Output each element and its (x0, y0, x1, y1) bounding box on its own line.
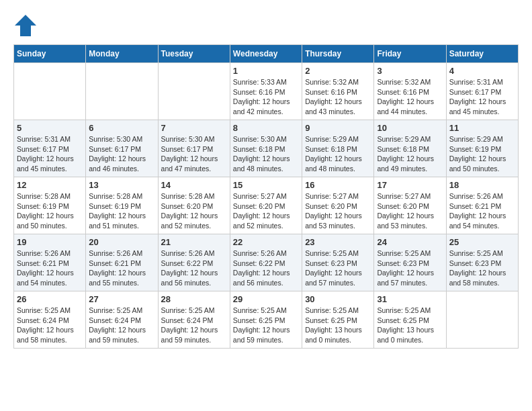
weekday-header-tuesday: Tuesday (158, 45, 230, 63)
calendar-cell: 31Sunrise: 5:25 AM Sunset: 6:25 PM Dayli… (374, 291, 446, 349)
day-number: 2 (305, 66, 371, 76)
day-number: 27 (89, 294, 154, 304)
day-info: Sunrise: 5:26 AM Sunset: 6:21 PM Dayligh… (17, 248, 83, 288)
weekday-header-thursday: Thursday (302, 45, 374, 63)
day-info: Sunrise: 5:25 AM Sunset: 6:24 PM Dayligh… (17, 306, 83, 345)
page-header (13, 13, 519, 38)
weekday-header-friday: Friday (374, 45, 446, 63)
day-info: Sunrise: 5:25 AM Sunset: 6:23 PM Dayligh… (305, 248, 371, 288)
calendar-cell: 3Sunrise: 5:32 AM Sunset: 6:16 PM Daylig… (374, 63, 446, 120)
calendar-cell: 7Sunrise: 5:30 AM Sunset: 6:17 PM Daylig… (158, 120, 230, 177)
calendar-cell: 20Sunrise: 5:26 AM Sunset: 6:21 PM Dayli… (86, 234, 158, 291)
weekday-header-saturday: Saturday (446, 45, 518, 63)
day-number: 15 (233, 180, 299, 190)
day-number: 23 (305, 237, 371, 247)
day-number: 7 (161, 123, 227, 133)
day-info: Sunrise: 5:29 AM Sunset: 6:19 PM Dayligh… (449, 134, 515, 174)
day-number: 11 (449, 123, 515, 133)
day-number: 30 (305, 294, 371, 304)
weekday-header-wednesday: Wednesday (230, 45, 302, 63)
calendar-cell: 26Sunrise: 5:25 AM Sunset: 6:24 PM Dayli… (14, 291, 86, 349)
week-row-4: 26Sunrise: 5:25 AM Sunset: 6:24 PM Dayli… (14, 291, 519, 349)
day-info: Sunrise: 5:32 AM Sunset: 6:16 PM Dayligh… (377, 77, 443, 117)
day-info: Sunrise: 5:26 AM Sunset: 6:22 PM Dayligh… (161, 248, 227, 288)
day-info: Sunrise: 5:26 AM Sunset: 6:22 PM Dayligh… (233, 248, 299, 288)
day-number: 13 (89, 180, 154, 190)
day-number: 16 (305, 180, 371, 190)
calendar-cell: 9Sunrise: 5:29 AM Sunset: 6:18 PM Daylig… (302, 120, 374, 177)
day-number: 12 (17, 180, 83, 190)
day-number: 19 (17, 237, 83, 247)
day-number: 14 (161, 180, 227, 190)
day-number: 17 (377, 180, 443, 190)
logo (13, 13, 42, 38)
calendar-cell: 5Sunrise: 5:31 AM Sunset: 6:17 PM Daylig… (14, 120, 86, 177)
day-info: Sunrise: 5:27 AM Sunset: 6:20 PM Dayligh… (233, 191, 299, 231)
day-info: Sunrise: 5:26 AM Sunset: 6:21 PM Dayligh… (89, 248, 154, 288)
calendar-cell (14, 63, 86, 120)
day-info: Sunrise: 5:25 AM Sunset: 6:24 PM Dayligh… (161, 306, 227, 345)
week-row-1: 5Sunrise: 5:31 AM Sunset: 6:17 PM Daylig… (14, 120, 519, 177)
calendar-cell: 11Sunrise: 5:29 AM Sunset: 6:19 PM Dayli… (446, 120, 518, 177)
day-number: 3 (377, 66, 443, 76)
calendar-table: SundayMondayTuesdayWednesdayThursdayFrid… (13, 44, 519, 349)
calendar-cell: 27Sunrise: 5:25 AM Sunset: 6:24 PM Dayli… (86, 291, 158, 349)
day-number: 29 (233, 294, 299, 304)
calendar-cell: 1Sunrise: 5:33 AM Sunset: 6:16 PM Daylig… (230, 63, 302, 120)
day-info: Sunrise: 5:26 AM Sunset: 6:21 PM Dayligh… (449, 191, 515, 231)
weekday-header-row: SundayMondayTuesdayWednesdayThursdayFrid… (14, 45, 519, 63)
calendar-cell: 21Sunrise: 5:26 AM Sunset: 6:22 PM Dayli… (158, 234, 230, 291)
calendar-cell: 13Sunrise: 5:28 AM Sunset: 6:19 PM Dayli… (86, 177, 158, 234)
day-info: Sunrise: 5:25 AM Sunset: 6:25 PM Dayligh… (233, 306, 299, 345)
calendar-cell: 23Sunrise: 5:25 AM Sunset: 6:23 PM Dayli… (302, 234, 374, 291)
day-info: Sunrise: 5:25 AM Sunset: 6:23 PM Dayligh… (377, 248, 443, 288)
day-info: Sunrise: 5:32 AM Sunset: 6:16 PM Dayligh… (305, 77, 371, 117)
day-number: 5 (17, 123, 83, 133)
calendar-cell: 17Sunrise: 5:27 AM Sunset: 6:20 PM Dayli… (374, 177, 446, 234)
day-info: Sunrise: 5:25 AM Sunset: 6:25 PM Dayligh… (305, 306, 371, 345)
calendar-cell: 4Sunrise: 5:31 AM Sunset: 6:17 PM Daylig… (446, 63, 518, 120)
day-number: 21 (161, 237, 227, 247)
day-number: 22 (233, 237, 299, 247)
logo-icon (13, 13, 38, 38)
day-number: 25 (449, 237, 515, 247)
day-number: 9 (305, 123, 371, 133)
day-number: 10 (377, 123, 443, 133)
day-number: 24 (377, 237, 443, 247)
day-info: Sunrise: 5:27 AM Sunset: 6:20 PM Dayligh… (377, 191, 443, 231)
calendar-cell: 12Sunrise: 5:28 AM Sunset: 6:19 PM Dayli… (14, 177, 86, 234)
day-info: Sunrise: 5:28 AM Sunset: 6:20 PM Dayligh… (161, 191, 227, 231)
calendar-cell: 10Sunrise: 5:29 AM Sunset: 6:18 PM Dayli… (374, 120, 446, 177)
day-info: Sunrise: 5:31 AM Sunset: 6:17 PM Dayligh… (17, 134, 83, 174)
day-number: 1 (233, 66, 299, 76)
weekday-header-sunday: Sunday (14, 45, 86, 63)
day-info: Sunrise: 5:25 AM Sunset: 6:23 PM Dayligh… (449, 248, 515, 288)
day-info: Sunrise: 5:30 AM Sunset: 6:18 PM Dayligh… (233, 134, 299, 174)
day-number: 28 (161, 294, 227, 304)
day-info: Sunrise: 5:31 AM Sunset: 6:17 PM Dayligh… (449, 77, 515, 117)
calendar-cell: 2Sunrise: 5:32 AM Sunset: 6:16 PM Daylig… (302, 63, 374, 120)
day-number: 8 (233, 123, 299, 133)
week-row-3: 19Sunrise: 5:26 AM Sunset: 6:21 PM Dayli… (14, 234, 519, 291)
calendar-cell (86, 63, 158, 120)
calendar-cell: 29Sunrise: 5:25 AM Sunset: 6:25 PM Dayli… (230, 291, 302, 349)
day-info: Sunrise: 5:29 AM Sunset: 6:18 PM Dayligh… (377, 134, 443, 174)
calendar-cell: 8Sunrise: 5:30 AM Sunset: 6:18 PM Daylig… (230, 120, 302, 177)
calendar-cell: 14Sunrise: 5:28 AM Sunset: 6:20 PM Dayli… (158, 177, 230, 234)
day-info: Sunrise: 5:29 AM Sunset: 6:18 PM Dayligh… (305, 134, 371, 174)
calendar-cell: 6Sunrise: 5:30 AM Sunset: 6:17 PM Daylig… (86, 120, 158, 177)
calendar-cell: 15Sunrise: 5:27 AM Sunset: 6:20 PM Dayli… (230, 177, 302, 234)
day-number: 6 (89, 123, 154, 133)
day-info: Sunrise: 5:25 AM Sunset: 6:24 PM Dayligh… (89, 306, 154, 345)
day-number: 20 (89, 237, 154, 247)
day-info: Sunrise: 5:27 AM Sunset: 6:20 PM Dayligh… (305, 191, 371, 231)
calendar-cell: 18Sunrise: 5:26 AM Sunset: 6:21 PM Dayli… (446, 177, 518, 234)
day-info: Sunrise: 5:25 AM Sunset: 6:25 PM Dayligh… (377, 306, 443, 345)
day-info: Sunrise: 5:28 AM Sunset: 6:19 PM Dayligh… (17, 191, 83, 231)
calendar-cell: 19Sunrise: 5:26 AM Sunset: 6:21 PM Dayli… (14, 234, 86, 291)
day-info: Sunrise: 5:33 AM Sunset: 6:16 PM Dayligh… (233, 77, 299, 117)
svg-marker-0 (15, 15, 36, 36)
day-number: 31 (377, 294, 443, 304)
calendar-cell (158, 63, 230, 120)
week-row-0: 1Sunrise: 5:33 AM Sunset: 6:16 PM Daylig… (14, 63, 519, 120)
